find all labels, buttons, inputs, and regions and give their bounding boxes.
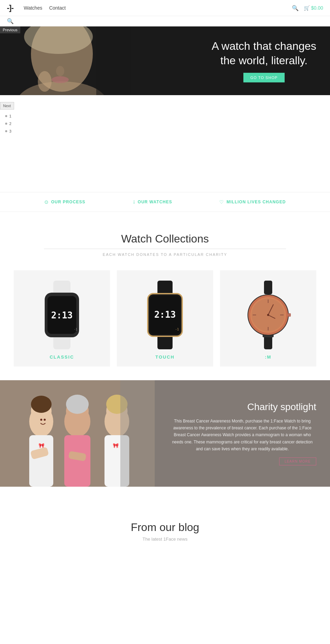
watch-card-minimal[interactable]: :M	[220, 270, 316, 366]
slide-dot-2[interactable]: 2	[5, 122, 11, 126]
charity-description: This Breast Cancer Awareness Month, purc…	[168, 418, 316, 453]
svg-point-34	[267, 314, 269, 316]
svg-point-40	[31, 396, 52, 413]
collections-divider	[44, 249, 286, 249]
svg-text:🎀: 🎀	[113, 443, 119, 449]
header: -]- Watches Contact 🔍 🛒 $0.00	[0, 0, 330, 16]
hero-cta-button[interactable]: GO TO SHOP	[243, 73, 284, 82]
svg-rect-14	[157, 281, 173, 295]
search-teal-icon: 🔍	[7, 18, 14, 24]
feature-lives[interactable]: ♡ Million Lives Changed	[219, 199, 286, 205]
svg-text:-1: -1	[74, 328, 77, 331]
classic-watch-name: CLASSIC	[50, 354, 74, 360]
features-row: ⊙ OUR PROCESS ⫶ OUR WATCHES ♡ Million Li…	[0, 192, 330, 212]
svg-point-4	[52, 76, 69, 83]
next-button[interactable]: Next	[0, 102, 14, 110]
header-right: 🔍 🛒 $0.00	[292, 5, 323, 11]
cart-amount: $0.00	[311, 5, 323, 11]
dot-bullet-1	[5, 115, 7, 117]
touch-watch-name: TOUCH	[155, 354, 175, 360]
svg-rect-55	[120, 380, 155, 487]
prev-button[interactable]: Previous	[0, 26, 20, 33]
blog-title: From our blog	[14, 521, 316, 534]
feature-process[interactable]: ⊙ OUR PROCESS	[44, 199, 86, 205]
svg-point-5	[56, 66, 64, 76]
hero-portrait	[0, 26, 131, 95]
svg-rect-22	[264, 336, 272, 349]
search-bar: 🔍	[0, 16, 330, 26]
process-label: OUR PROCESS	[51, 200, 86, 204]
classic-watch-image: 2:13 -1	[31, 281, 93, 349]
hero-title: A watch that changes the world, literall…	[212, 39, 316, 68]
dot-bullet-3	[5, 130, 7, 132]
logo[interactable]: -]-	[7, 3, 13, 12]
svg-point-54	[44, 419, 46, 421]
svg-rect-43	[64, 435, 90, 487]
dot-num-2: 2	[9, 122, 11, 126]
blog-subtitle: The latest 1Face news	[14, 536, 316, 542]
charity-learn-button[interactable]: LEARN MORE	[279, 457, 316, 465]
svg-point-7	[38, 71, 52, 92]
collections-title: Watch Collections	[14, 233, 316, 245]
main-nav: Watches Contact	[24, 5, 292, 11]
svg-rect-35	[288, 313, 291, 317]
svg-text:2:13: 2:13	[51, 310, 73, 320]
nav-watches[interactable]: Watches	[24, 5, 42, 11]
svg-point-45	[66, 395, 89, 414]
feature-watches[interactable]: ⫶ OUR WATCHES	[133, 199, 172, 205]
watch-card-touch[interactable]: 2:13 -1 TOUCH	[117, 270, 213, 366]
cart-link[interactable]: 🛒 $0.00	[304, 5, 323, 11]
charity-text-area: Charity spotlight This Breast Cancer Awa…	[155, 380, 330, 487]
minimal-watch-image	[237, 281, 299, 349]
watch-card-classic[interactable]: 2:13 -1 CLASSIC	[14, 270, 110, 366]
svg-rect-21	[264, 281, 272, 294]
minimal-watch-name: :M	[265, 354, 271, 360]
hero-title-line2: the world, literally.	[220, 54, 308, 67]
hero-image	[0, 26, 131, 95]
lives-label: Million Lives Changed	[227, 200, 286, 204]
collections-grid: 2:13 -1 CLASSIC	[14, 270, 316, 366]
collections-subtitle: EACH WATCH DONATES TO A PARTICULAR CHARI…	[14, 252, 316, 257]
dot-num-3: 3	[9, 129, 11, 133]
process-icon: ⊙	[44, 199, 48, 205]
spacer-1	[0, 487, 330, 500]
slide-dot-1[interactable]: 1	[5, 114, 11, 118]
charity-section: 🎀 🎀 Charity spotli	[0, 380, 330, 487]
dot-num-1: 1	[9, 114, 11, 118]
dot-bullet-2	[5, 123, 7, 125]
svg-rect-8	[53, 281, 70, 294]
blog-section: From our blog The latest 1Face news	[0, 500, 330, 555]
slider-controls-section: Next 1 2 3 ⊙ OUR PROCESS ⫶ OUR WATCHES ♡…	[0, 95, 330, 212]
search-icon[interactable]: 🔍	[292, 5, 299, 11]
svg-rect-6	[96, 26, 131, 95]
slide-dot-3[interactable]: 3	[5, 129, 11, 133]
charity-image: 🎀 🎀	[0, 380, 155, 487]
svg-text:-1: -1	[175, 328, 179, 331]
hero-text: A watch that changes the world, literall…	[212, 39, 316, 82]
hero-section: Previous A watch that changes the world,…	[0, 26, 330, 95]
lives-icon: ♡	[219, 199, 224, 205]
watches-icon: ⫶	[133, 199, 135, 205]
nav-contact[interactable]: Contact	[49, 5, 66, 11]
watches-label: OUR WATCHES	[138, 200, 172, 204]
svg-point-53	[40, 419, 42, 421]
svg-rect-15	[157, 335, 173, 349]
slide-dots: 1 2 3	[5, 114, 11, 133]
charity-title: Charity spotlight	[168, 402, 316, 413]
svg-text:2:13: 2:13	[154, 309, 176, 320]
hero-title-line1: A watch that changes	[212, 40, 316, 52]
search-input[interactable]	[17, 19, 77, 24]
svg-rect-9	[53, 336, 70, 349]
collections-section: Watch Collections EACH WATCH DONATES TO …	[0, 212, 330, 380]
touch-watch-image: 2:13 -1	[134, 281, 196, 349]
